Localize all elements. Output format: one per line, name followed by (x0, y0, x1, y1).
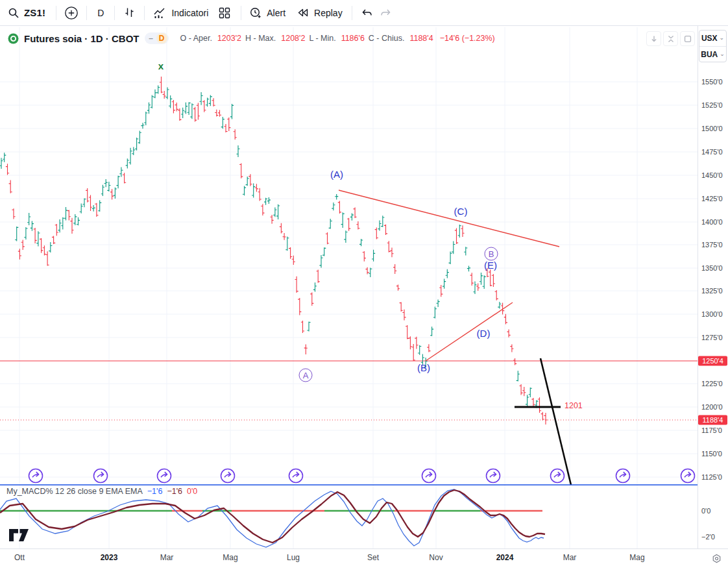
top-toolbar: ZS1! D Indicatori (0, 0, 728, 26)
change-value: −14'6 (−1.23%) (440, 34, 495, 43)
indicator-value: −1'6 (167, 487, 182, 496)
toolbar-separator (114, 6, 115, 20)
indicator-values: −1'6−1'60'0 (147, 487, 197, 496)
symbol-search-button[interactable]: ZS1! (8, 7, 45, 19)
tradingview-logo[interactable] (9, 528, 30, 545)
wave-label-b[interactable]: (B) (417, 362, 430, 373)
skip-forward-marker[interactable] (158, 469, 171, 483)
skip-forward-marker[interactable] (681, 469, 695, 483)
grid-icon (217, 6, 232, 20)
search-icon (8, 7, 19, 19)
undo-button[interactable] (360, 7, 373, 19)
ohlc-values: O - Aper.1203'2H - Max.1208'2L - Min.118… (180, 34, 433, 43)
toolbar-separator (241, 6, 241, 20)
redo-button[interactable] (380, 7, 393, 19)
trendline-breakdown[interactable] (540, 358, 571, 485)
toolbar-separator (144, 6, 145, 20)
toolbar-separator (56, 6, 56, 20)
replay-button[interactable]: Replay (296, 6, 343, 19)
skip-forward-marker[interactable] (551, 469, 564, 483)
toolbar-separator (86, 6, 87, 20)
ohlc-value: 1208'2 (281, 34, 305, 43)
bars-style-icon (123, 6, 136, 19)
skip-forward-marker[interactable] (422, 469, 436, 483)
dash-icon: – (146, 33, 156, 43)
currency-value: USX (701, 34, 718, 43)
ohlc-value: 1203'2 (217, 34, 241, 43)
skip-forward-marker[interactable] (487, 469, 500, 483)
wave-label-c[interactable]: (C) (454, 206, 468, 217)
symbol-logo (8, 33, 19, 44)
pane-controls (646, 31, 695, 46)
indicators-label: Indicatori (171, 8, 208, 18)
wave-label-x[interactable]: x (158, 60, 164, 71)
redo-arrow-icon (380, 7, 393, 19)
indicator-value: 0'0 (187, 487, 197, 496)
unit-value: BUA (701, 50, 718, 59)
alert-button[interactable]: Alert (249, 6, 285, 19)
ohlc-label: C - Chius. (369, 34, 405, 43)
compare-add-symbol-button[interactable] (64, 6, 79, 20)
replay-icon (296, 6, 309, 19)
currency-unit-selector: USX ⌄ BUA ⌄ (699, 30, 727, 62)
alert-label: Alert (267, 8, 285, 18)
indicator-value: −1'6 (147, 487, 163, 496)
hex-settings-icon (712, 554, 722, 563)
timezone-settings-button[interactable] (712, 554, 722, 566)
symbol-label: ZS1! (24, 7, 45, 18)
ohlc-label: L - Min. (309, 34, 335, 43)
skip-forward-marker[interactable] (94, 469, 108, 483)
layout-grid-button[interactable] (217, 6, 232, 20)
price-axis[interactable] (698, 26, 728, 548)
delayed-data-badge: D (156, 33, 167, 43)
trendline-b-d[interactable] (426, 302, 513, 361)
tradingview-window: ZS1! D Indicatori (0, 0, 728, 566)
ohlc-value: 1186'6 (341, 34, 365, 43)
arrow-down-icon (649, 34, 659, 44)
skip-forward-marker[interactable] (221, 469, 235, 483)
collapse-icon (666, 34, 676, 44)
skip-forward-marker[interactable] (616, 469, 630, 483)
unit-dropdown[interactable]: BUA ⌄ (699, 46, 726, 62)
interval-button[interactable]: D (95, 8, 106, 18)
indicators-button[interactable]: Indicatori (152, 6, 208, 20)
wave-label-a[interactable]: (A) (330, 169, 343, 180)
session-markers (29, 469, 695, 483)
maximize-pane-button[interactable] (680, 31, 695, 46)
time-axis[interactable] (0, 548, 728, 566)
chevron-down-icon: ⌄ (720, 51, 725, 57)
chart-canvas[interactable] (0, 0, 728, 566)
wave-label-e[interactable]: (E) (484, 260, 497, 271)
undo-arrow-icon (360, 7, 373, 19)
maximize-icon (683, 34, 693, 44)
chart-style-button[interactable] (123, 6, 136, 19)
currency-dropdown[interactable]: USX ⌄ (699, 31, 726, 46)
wave-label-b[interactable]: B (485, 247, 498, 261)
collapse-pane-button[interactable] (663, 31, 678, 46)
indicator-legend[interactable]: My_MACD% 12 26 close 9 EMA EMA −1'6−1'60… (6, 487, 197, 496)
move-pane-down-button[interactable] (646, 31, 661, 46)
indicators-icon (152, 6, 167, 20)
alert-clock-icon (249, 6, 262, 19)
legend-title[interactable]: Futures soia · 1D · CBOT (24, 33, 140, 44)
ohlc-label: O - Aper. (180, 34, 212, 43)
indicator-name: My_MACD% 12 26 close 9 EMA EMA (6, 487, 143, 496)
chevron-down-icon: ⌄ (720, 34, 725, 41)
wave-label-a[interactable]: A (299, 369, 313, 382)
macd-signal-line (0, 490, 545, 543)
chart-legend: Futures soia · 1D · CBOT – D O - Aper.12… (8, 31, 495, 46)
ohlc-label: H - Max. (245, 34, 276, 43)
data-mode-badge[interactable]: – D (145, 32, 169, 44)
macd-line (0, 489, 544, 547)
ohlc-value: 1188'4 (409, 34, 433, 43)
wave-label-d[interactable]: (D) (477, 328, 491, 339)
skip-forward-marker[interactable] (289, 469, 303, 483)
toolbar-separator (352, 6, 352, 20)
replay-label: Replay (314, 8, 343, 18)
skip-forward-marker[interactable] (29, 469, 43, 483)
